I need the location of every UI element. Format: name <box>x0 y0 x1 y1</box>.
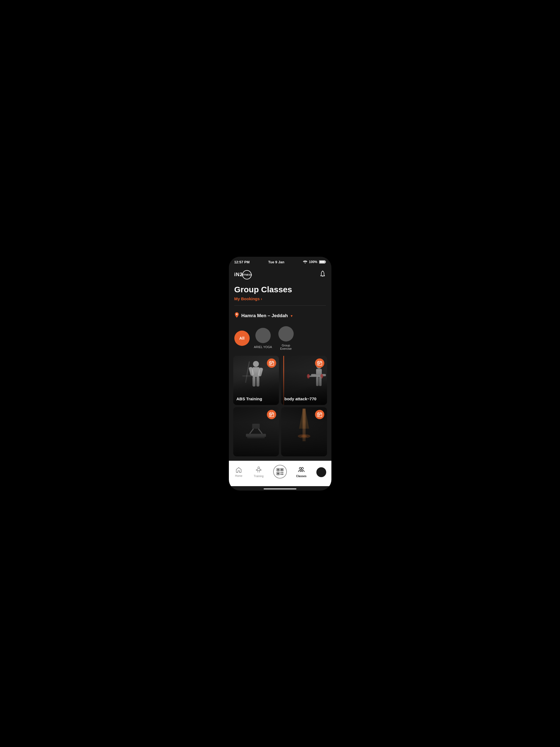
qr-icon <box>276 468 284 475</box>
category-filters: All ARIEL YOGA Group Exercise <box>229 324 331 356</box>
svg-rect-70 <box>277 473 279 474</box>
svg-rect-74 <box>282 474 283 475</box>
svg-rect-72 <box>282 472 283 473</box>
training-icon <box>255 466 262 473</box>
svg-rect-32 <box>318 363 319 364</box>
svg-rect-44 <box>270 414 271 415</box>
battery-text: 100% <box>309 260 317 264</box>
svg-rect-68 <box>281 469 283 470</box>
nav-home-label: Home <box>235 474 243 478</box>
classes-grid: ABS Training <box>229 356 331 461</box>
notification-bell-icon[interactable] <box>320 271 326 279</box>
body-attack-calendar-btn[interactable] <box>315 358 324 368</box>
class-card-4[interactable] <box>281 407 327 456</box>
svg-rect-17 <box>271 363 272 364</box>
svg-rect-2 <box>325 261 326 263</box>
filter-all-text: All <box>239 336 245 340</box>
filter-ariel-yoga-label: ARIEL YOGA <box>254 345 272 349</box>
status-date: Tue 9 Jan <box>268 260 284 264</box>
location-selector[interactable]: Hamra Men – Jeddah ▾ <box>229 310 331 324</box>
svg-point-0 <box>305 263 305 264</box>
calendar-icon-4 <box>317 412 322 417</box>
logo-circle: FITNESS <box>242 270 252 279</box>
my-bookings-link[interactable]: My Bookings › <box>234 297 326 301</box>
svg-rect-66 <box>277 469 279 470</box>
body-attack-name: body attack~770 <box>284 396 324 402</box>
pin-svg <box>234 312 239 318</box>
status-bar: 12:57 PM Tue 9 Jan 100% <box>229 257 331 266</box>
filter-all[interactable]: All <box>234 331 250 346</box>
bottom-nav: Home Training <box>229 461 331 486</box>
class-card-body-attack[interactable]: body attack~770 <box>281 356 327 405</box>
class-4-calendar-btn[interactable] <box>315 410 324 419</box>
calendar-icon-body <box>317 361 322 366</box>
battery-icon <box>319 260 326 264</box>
svg-point-4 <box>322 271 323 271</box>
page-title: Group Classes <box>234 285 326 294</box>
home-icon <box>235 467 242 473</box>
class-3-calendar-btn[interactable] <box>267 410 276 419</box>
filter-group-exercise-circle <box>278 326 294 341</box>
abs-training-name: ABS Training <box>236 396 276 402</box>
status-right: 100% <box>303 260 326 264</box>
home-indicator <box>229 486 331 491</box>
my-bookings-chevron: › <box>261 297 262 301</box>
svg-rect-46 <box>270 416 271 416</box>
svg-rect-45 <box>271 414 272 415</box>
svg-rect-55 <box>318 414 319 415</box>
my-bookings-label: My Bookings <box>234 297 260 301</box>
svg-rect-33 <box>320 363 320 364</box>
app-header: iN2 FITNESS <box>229 266 331 283</box>
nav-training-label: Training <box>254 475 263 478</box>
logo-circle-text: FITNESS <box>242 274 252 276</box>
calendar-icon-3 <box>269 412 274 417</box>
class-card-3[interactable] <box>233 407 279 456</box>
svg-rect-18 <box>270 364 271 365</box>
indicator-bar <box>263 488 297 489</box>
filter-ariel-yoga[interactable]: ARIEL YOGA <box>254 328 272 349</box>
classes-icon <box>298 466 305 473</box>
main-content: iN2 FITNESS Group Classes My Bookings › <box>229 266 331 461</box>
location-name: Hamra Men – Jeddah <box>241 313 288 318</box>
wifi-icon <box>303 260 307 264</box>
nav-training[interactable]: Training <box>251 465 266 479</box>
nav-qr[interactable] <box>271 464 289 481</box>
filter-group-exercise-label: Group Exercise <box>276 344 296 350</box>
location-pin-icon <box>234 312 239 319</box>
calendar-icon-abs <box>269 361 274 366</box>
class-card-abs-training[interactable]: ABS Training <box>233 356 279 405</box>
profile-avatar <box>316 467 326 477</box>
filter-ariel-yoga-circle <box>255 328 271 343</box>
title-area: Group Classes My Bookings › <box>229 283 331 305</box>
svg-rect-57 <box>318 416 319 416</box>
abs-training-calendar-btn[interactable] <box>267 358 276 368</box>
svg-rect-3 <box>320 261 325 263</box>
status-time: 12:57 PM <box>234 260 250 264</box>
svg-point-76 <box>302 468 304 469</box>
svg-rect-56 <box>320 414 320 415</box>
logo: iN2 FITNESS <box>234 270 252 279</box>
device-frame: 12:57 PM Tue 9 Jan 100% iN2 FI <box>229 257 331 491</box>
location-chevron-icon: ▾ <box>291 314 292 318</box>
nav-home[interactable]: Home <box>231 466 246 479</box>
filter-all-circle: All <box>234 331 250 346</box>
section-divider <box>234 305 326 306</box>
svg-rect-16 <box>270 363 271 364</box>
svg-rect-34 <box>318 364 319 365</box>
nav-classes[interactable]: Classes <box>294 465 309 479</box>
svg-rect-71 <box>281 472 282 473</box>
svg-point-75 <box>299 468 301 469</box>
svg-rect-73 <box>281 474 282 475</box>
svg-point-58 <box>258 467 259 468</box>
bell-svg <box>320 271 326 278</box>
svg-point-5 <box>236 313 237 315</box>
qr-nav-circle <box>273 465 287 479</box>
filter-group-exercise[interactable]: Group Exercise <box>276 326 296 350</box>
nav-classes-label: Classes <box>296 475 307 478</box>
nav-profile[interactable] <box>314 466 329 478</box>
